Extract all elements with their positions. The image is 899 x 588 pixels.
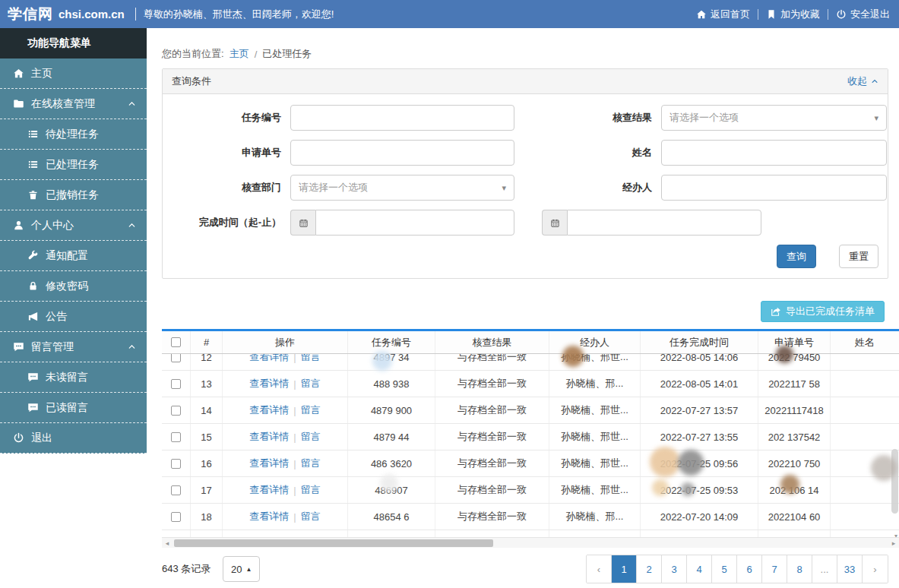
table-row: 14 查看详情|留言 4879 900 与存档全部一致 孙晓楠、邢世... 20… <box>162 397 899 424</box>
calendar-icon-button[interactable] <box>290 210 315 236</box>
row-checkbox[interactable] <box>171 354 181 362</box>
comment-icon <box>13 341 24 352</box>
add-favorite-label: 加为收藏 <box>780 8 820 21</box>
sidebar-item-notify-config[interactable]: 通知配置 <box>0 241 147 271</box>
result-select[interactable]: 请选择一个选项 ▾ <box>661 105 887 131</box>
scroll-right-arrow-icon[interactable]: ▸ <box>888 538 899 548</box>
add-favorite-link[interactable]: 加为收藏 <box>766 8 820 21</box>
message-link[interactable]: 留言 <box>301 510 321 523</box>
return-home-link[interactable]: 返回首页 <box>696 8 750 21</box>
handler-input[interactable] <box>661 175 887 201</box>
collapse-toggle[interactable]: 收起 <box>847 74 878 88</box>
checkbox-cell <box>162 371 191 397</box>
caret-down-icon: ▾ <box>874 113 878 123</box>
sidebar-item-label: 已撤销任务 <box>46 188 99 202</box>
sidebar-item-home[interactable]: 主页 <box>0 58 147 89</box>
message-link[interactable]: 留言 <box>301 354 321 364</box>
trash-icon <box>27 189 39 201</box>
view-detail-link[interactable]: 查看详情 <box>249 457 289 470</box>
app-no-input[interactable] <box>290 140 514 166</box>
task-no-input[interactable] <box>290 105 514 131</box>
select-all-checkbox[interactable] <box>171 337 181 347</box>
time-cell: 2022-07-27 13:55 <box>641 424 758 450</box>
pagination-bar: 643 条记录 20 ▲ ‹12345678...33› <box>162 554 888 584</box>
wrench-icon <box>27 250 39 261</box>
row-checkbox[interactable] <box>171 432 181 442</box>
sidebar-item-revoked-tasks[interactable]: 已撤销任务 <box>0 180 147 210</box>
page-button-...[interactable]: ... <box>812 555 837 583</box>
page-button-5[interactable]: 5 <box>712 555 737 583</box>
message-link[interactable]: 留言 <box>301 403 321 417</box>
dept-select[interactable]: 请选择一个选项 ▾ <box>290 175 514 201</box>
row-checkbox[interactable] <box>171 459 181 469</box>
row-checkbox[interactable] <box>171 379 181 389</box>
page-button-3[interactable]: 3 <box>662 555 687 583</box>
sidebar-item-read-messages[interactable]: 已读留言 <box>0 393 147 423</box>
message-link[interactable]: 留言 <box>301 457 321 470</box>
message-link[interactable]: 留言 <box>301 430 321 444</box>
sidebar-item-label: 公告 <box>46 310 67 324</box>
sidebar-item-unread-messages[interactable]: 未读留言 <box>0 362 147 393</box>
sidebar-item-online-check-mgmt[interactable]: 在线核查管理 <box>0 89 147 119</box>
result-cell: 与存档全部一致 <box>435 397 549 423</box>
vertical-scrollbar[interactable]: ▾ <box>890 354 899 539</box>
row-checkbox[interactable] <box>171 512 181 522</box>
page-size-select[interactable]: 20 ▲ <box>223 556 260 582</box>
breadcrumb-home-link[interactable]: 主页 <box>229 47 249 61</box>
page-button-1[interactable]: 1 <box>612 555 637 583</box>
sidebar-item-processed-tasks[interactable]: 已处理任务 <box>0 150 147 180</box>
row-index-cell: 14 <box>191 397 223 423</box>
result-cell: 与存档全部一致 <box>435 424 549 450</box>
topbar: 学信网 chsi.com.cn 尊敬的孙晓楠、邢世杰、田阔老师，欢迎您! 返回首… <box>0 0 899 28</box>
task-no-cell: 4879 44 <box>348 424 435 450</box>
sidebar-item-pending-tasks[interactable]: 待处理任务 <box>0 119 147 150</box>
view-detail-link[interactable]: 查看详情 <box>249 510 289 523</box>
column-header: 任务完成时间 <box>641 331 758 353</box>
name-input[interactable] <box>661 140 887 166</box>
page-button-2[interactable]: 2 <box>637 555 662 583</box>
page-button-8[interactable]: 8 <box>787 555 812 583</box>
calendar-icon-button[interactable] <box>542 210 567 236</box>
power-icon <box>836 9 847 20</box>
sidebar-item-logout[interactable]: 退出 <box>0 423 147 454</box>
reset-button[interactable]: 重置 <box>839 245 878 268</box>
row-checkbox[interactable] <box>171 485 181 495</box>
page-button-7[interactable]: 7 <box>762 555 787 583</box>
page-prev-button[interactable]: ‹ <box>587 555 612 583</box>
actions-cell: 查看详情|留言 <box>223 424 348 450</box>
row-checkbox[interactable] <box>171 406 181 416</box>
safe-logout-link[interactable]: 安全退出 <box>836 8 890 21</box>
action-separator: | <box>293 378 296 390</box>
handler-cell: 孙晓楠、邢世... <box>549 450 641 476</box>
horizontal-scrollbar[interactable]: ◂ ▸ <box>162 537 899 548</box>
end-date-input[interactable] <box>567 210 761 236</box>
message-link[interactable]: 留言 <box>301 483 321 497</box>
chevron-up-icon <box>128 100 136 108</box>
page-next-button[interactable]: › <box>863 555 888 583</box>
sidebar-item-personal-center[interactable]: 个人中心 <box>0 210 147 241</box>
sidebar-item-change-password[interactable]: 修改密码 <box>0 271 147 302</box>
horizontal-scrollbar-thumb[interactable] <box>174 539 493 547</box>
view-detail-link[interactable]: 查看详情 <box>249 377 289 390</box>
message-link[interactable]: 留言 <box>301 377 321 390</box>
sidebar-item-announcement[interactable]: 公告 <box>0 302 147 332</box>
search-button[interactable]: 查询 <box>777 245 816 268</box>
export-button[interactable]: 导出已完成任务清单 <box>761 301 885 322</box>
caret-up-icon: ▲ <box>246 566 252 573</box>
sidebar-item-message-mgmt[interactable]: 留言管理 <box>0 332 147 362</box>
page-button-4[interactable]: 4 <box>687 555 712 583</box>
query-row-2: 申请单号 姓名 <box>163 140 888 166</box>
page-button-6[interactable]: 6 <box>737 555 762 583</box>
view-detail-link[interactable]: 查看详情 <box>249 354 289 364</box>
column-header: 经办人 <box>549 331 641 353</box>
sidebar-item-label: 待处理任务 <box>46 128 99 141</box>
page-button-33[interactable]: 33 <box>837 555 863 583</box>
handler-cell: 孙晓楠、邢世... <box>549 354 641 370</box>
scroll-left-arrow-icon[interactable]: ◂ <box>162 538 173 548</box>
view-detail-link[interactable]: 查看详情 <box>249 483 289 497</box>
table-row: 13 查看详情|留言 488 938 与存档全部一致 孙晓楠、邢... 2022… <box>162 371 899 397</box>
start-date-input[interactable] <box>315 210 514 236</box>
vertical-scrollbar-thumb[interactable] <box>891 449 898 514</box>
view-detail-link[interactable]: 查看详情 <box>249 403 289 417</box>
view-detail-link[interactable]: 查看详情 <box>249 430 289 444</box>
